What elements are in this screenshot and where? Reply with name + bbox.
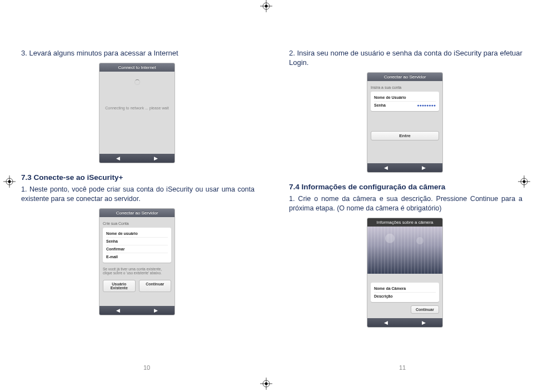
step3-text: 3. Levará alguns minutos para acessar a … [21,49,255,58]
page-number-left: 10 [143,364,150,371]
registration-mark-icon [3,175,16,188]
existing-user-button[interactable]: Usuário Existente [103,280,136,292]
step2-text: 2. Insira seu nome de usuário e senha da… [289,49,522,68]
page-number-right: 11 [399,364,406,371]
registration-mark-icon [260,0,272,12]
login-pass-label: Senha [374,103,417,107]
nav-prev-icon[interactable]: ◀ [384,320,388,325]
connect-header: Connect to Internet [99,63,175,72]
field-pass-label[interactable]: Senha [106,239,168,243]
field-email-label[interactable]: E-mail [106,255,168,259]
svg-point-7 [8,180,11,183]
camera-desc-label[interactable]: Descrição [374,294,436,298]
connect-screen: Connect to Internet Connecting to networ… [99,63,175,163]
camera-header: Informações sobre a câmera [367,218,442,227]
login-user-label[interactable]: Nome de Usuário [374,96,436,99]
continue-button[interactable]: Continuar [139,280,172,292]
connect-loading-text: Connecting to network ... please wait [103,106,171,110]
login-screen: Conectar ao Servidor Insira a sua conta … [367,72,443,173]
svg-point-11 [523,180,526,183]
section-7-4-title: 7.4 Informações de configuração da câmer… [289,183,522,191]
connect-body: Connecting to network ... please wait [99,72,175,154]
phone-nav: ◀ ▶ [99,154,175,163]
camera-info-screen: Informações sobre a câmera Nome da Câmer… [367,218,443,328]
nav-prev-icon[interactable]: ◀ [116,155,120,161]
nav-next-icon[interactable]: ▶ [422,165,426,170]
registration-mark-icon [260,378,272,390]
camera-body: Nome da Câmera Descrição Continuar [367,274,442,318]
create-hint: Crie sua Conta [103,222,171,225]
left-page: 3. Levará alguns minutos para acessar a … [21,49,255,315]
nav-next-icon[interactable]: ▶ [154,155,158,161]
section-7-4-body: 1. Crie o nome da câmera e sua descrição… [289,194,522,213]
svg-point-15 [265,383,268,385]
svg-point-3 [265,5,268,8]
create-form: Nome de usuário Senha Confirmar E-mail [103,228,171,263]
nav-next-icon[interactable]: ▶ [154,308,158,313]
nav-next-icon[interactable]: ▶ [422,320,426,325]
nav-prev-icon[interactable]: ◀ [384,165,388,170]
camera-continue-button[interactable]: Continuar [411,305,439,314]
section-7-3-title: 7.3 Conecte-se ao iSecurity+ [21,173,255,182]
login-hint: Insira a sua conta [371,86,439,89]
login-form: Nome de Usuário Senha ●●●●●●●● [371,92,439,111]
create-body: Crie sua Conta Nome de usuário Senha Con… [99,217,175,306]
camera-preview-image [367,227,442,274]
field-user-label[interactable]: Nome de usuário [106,232,168,235]
phone-nav: ◀ ▶ [367,318,442,327]
create-account-screen: Conectar ao Servidor Crie sua Conta Nome… [99,208,175,315]
section-7-3-body: 1. Neste ponto, você pode criar sua cont… [21,185,255,204]
nav-prev-icon[interactable]: ◀ [116,308,120,313]
existing-hint: Se você já tiver uma conta existente, cl… [103,267,171,276]
camera-form: Nome da Câmera Descrição [371,283,439,302]
enter-button[interactable]: Entre [371,131,439,140]
spinner-icon [135,79,140,85]
field-confirm-label[interactable]: Confirmar [106,247,168,251]
right-page: 2. Insira seu nome de usuário e senha da… [289,49,522,328]
login-pass-value[interactable]: ●●●●●●●● [417,103,436,107]
phone-nav: ◀ ▶ [367,163,442,172]
login-header: Conectar ao Servidor [367,73,442,81]
login-body: Insira a sua conta Nome de Usuário Senha… [367,81,442,163]
phone-nav: ◀ ▶ [99,306,175,315]
camera-name-label[interactable]: Nome da Câmera [374,287,436,290]
create-header: Conectar ao Servidor [99,209,175,217]
